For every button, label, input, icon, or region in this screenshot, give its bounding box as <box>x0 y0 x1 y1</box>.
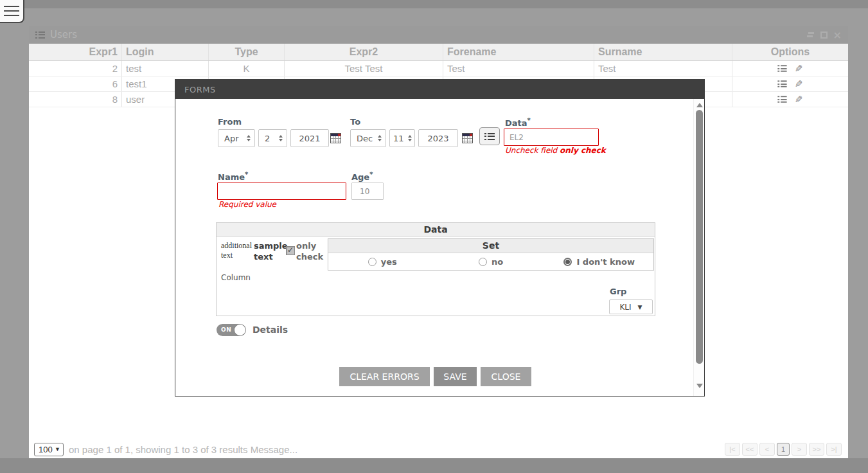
grp-select[interactable]: KLI ▼ <box>609 299 653 314</box>
radio-icon <box>368 258 376 266</box>
set-table-title: Set <box>328 239 653 253</box>
radio-selected-icon <box>563 258 572 266</box>
page-size-select[interactable]: 100 ▼ <box>34 443 64 456</box>
clear-errors-button[interactable]: CLEAR ERRORS <box>339 367 430 386</box>
from-day-value: 2 <box>265 134 270 143</box>
column-header-surname: Surname <box>594 44 732 60</box>
cell-options: ✎ <box>732 61 848 76</box>
pager-last-button[interactable]: >| <box>826 443 842 456</box>
required-mark: * <box>245 171 248 178</box>
to-year-input[interactable] <box>418 129 458 147</box>
data-field-label: Data* <box>505 117 531 128</box>
toggle-state-text: ON <box>221 326 231 333</box>
to-month-select[interactable]: Dec <box>350 129 386 147</box>
cell-options: ✎ <box>732 76 848 91</box>
spinner-arrows-icon <box>279 135 283 141</box>
hamburger-menu-button[interactable] <box>0 0 24 23</box>
top-frame-strip <box>0 0 868 8</box>
from-month-value: Apr <box>224 134 239 143</box>
name-field-label: Name* <box>218 171 248 182</box>
window-titlebar: Users × <box>29 26 848 44</box>
radio-option-no[interactable]: no <box>437 257 545 267</box>
to-day-select[interactable]: 11 <box>389 129 415 147</box>
spinner-arrows-icon <box>247 135 251 141</box>
only-check-label: only check <box>296 240 330 262</box>
scroll-down-arrow-icon[interactable] <box>696 384 703 388</box>
row-edit-pencil-icon[interactable]: ✎ <box>795 64 803 73</box>
forms-modal: FORMS From Apr 2 To Dec 11 <box>175 79 705 397</box>
cell-forename: Test <box>443 61 594 76</box>
cell-surname: Test <box>594 61 732 76</box>
row-details-list-icon[interactable] <box>778 64 787 72</box>
close-button[interactable]: CLOSE <box>481 367 531 386</box>
required-mark: * <box>369 171 373 178</box>
only-check-checkbox[interactable] <box>286 246 295 255</box>
data-field-error: Uncheck field only check <box>505 146 606 155</box>
pager-fast-next-button[interactable]: >> <box>809 443 824 456</box>
data-lookup-button[interactable] <box>479 127 500 145</box>
cell-expr1: 6 <box>29 76 122 91</box>
name-field-input[interactable] <box>217 183 346 200</box>
table-header-row: Expr1 Login Type Expr2 Forename Surname … <box>29 44 848 61</box>
scrollbar-thumb[interactable] <box>696 110 703 364</box>
row-edit-pencil-icon[interactable]: ✎ <box>795 94 803 104</box>
cell-expr2: Test Test <box>285 61 443 76</box>
row-edit-pencil-icon[interactable]: ✎ <box>795 79 803 89</box>
maximize-icon[interactable] <box>820 31 828 39</box>
from-day-select[interactable]: 2 <box>258 129 287 147</box>
list-icon <box>35 31 45 39</box>
chevron-down-icon: ▼ <box>638 304 642 310</box>
pager-first-button[interactable]: |< <box>725 443 740 456</box>
modal-title: FORMS <box>184 85 216 94</box>
radio-icon <box>479 258 487 266</box>
cell-expr1: 8 <box>29 92 122 107</box>
column-header-forename: Forename <box>443 44 594 60</box>
from-calendar-icon[interactable] <box>330 133 341 143</box>
radio-option-idk[interactable]: I don't know <box>545 257 653 267</box>
from-year-input[interactable] <box>290 129 329 147</box>
modal-scrollbar <box>693 99 704 396</box>
name-field-error: Required value <box>218 200 276 209</box>
row-details-list-icon[interactable] <box>778 80 787 87</box>
to-month-value: Dec <box>357 134 373 143</box>
pagination-status-text: on page 1 of 1, showing 1 to 3 of 3 resu… <box>69 444 725 455</box>
grp-label: Grp <box>610 287 626 296</box>
age-field-input[interactable] <box>351 183 384 200</box>
details-toggle-label: Details <box>252 325 288 335</box>
radio-option-yes[interactable]: yes <box>328 257 437 267</box>
cell-login: test <box>122 61 209 76</box>
pager-current-page[interactable]: 1 <box>777 443 790 456</box>
data-section-title: Data <box>217 223 655 237</box>
pager-fast-prev-button[interactable]: << <box>742 443 757 456</box>
from-month-select[interactable]: Apr <box>218 129 255 147</box>
close-icon[interactable]: × <box>833 31 842 39</box>
window-title: Users <box>50 29 807 40</box>
details-toggle[interactable]: ON <box>217 324 246 336</box>
pager-prev-button[interactable]: < <box>759 443 775 456</box>
column-header-expr2: Expr2 <box>285 44 443 60</box>
age-field-label: Age* <box>351 171 373 182</box>
scroll-up-arrow-icon[interactable] <box>696 103 703 107</box>
modal-titlebar: FORMS <box>175 80 704 99</box>
save-button[interactable]: SAVE <box>434 367 477 386</box>
data-field-input[interactable] <box>504 129 599 146</box>
cell-expr1: 2 <box>29 61 122 76</box>
set-table: Set yes no I don't know <box>328 238 654 271</box>
pagination: |< << < 1 > >> >| <box>725 443 842 456</box>
hamburger-icon <box>4 6 19 7</box>
column-header-type: Type <box>209 44 285 60</box>
to-calendar-icon[interactable] <box>462 133 473 143</box>
pager-next-button[interactable]: > <box>792 443 807 456</box>
from-label: From <box>218 117 242 127</box>
window-footer: 100 ▼ on page 1 of 1, showing 1 to 3 of … <box>29 440 848 458</box>
data-section: Data additional text sample text only ch… <box>216 222 655 316</box>
cell-type: K <box>209 61 285 76</box>
collapse-icon[interactable] <box>807 31 815 38</box>
chevron-down-icon: ▼ <box>55 446 60 452</box>
to-label: To <box>350 117 360 127</box>
cell-options: ✎ <box>732 92 848 107</box>
to-day-value: 11 <box>393 134 404 143</box>
row-details-list-icon[interactable] <box>778 95 787 103</box>
column-header-options: Options <box>732 44 848 60</box>
column-header-login: Login <box>122 44 209 60</box>
